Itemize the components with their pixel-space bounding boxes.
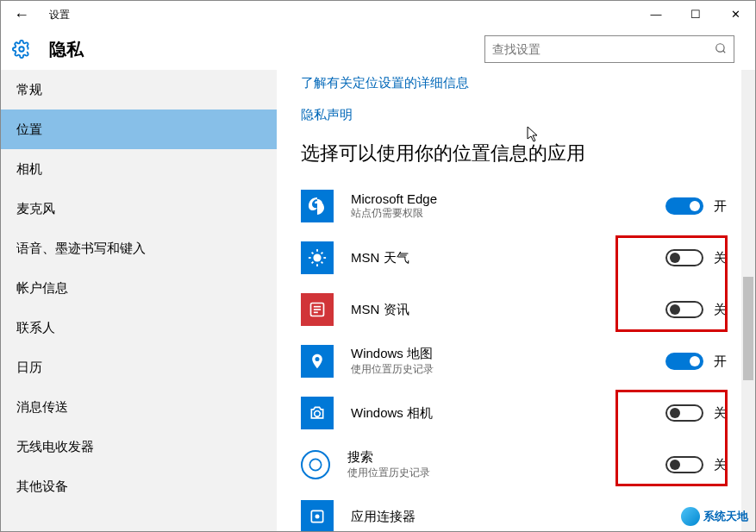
weather-icon: [301, 241, 334, 274]
app-subtitle: 使用位置历史记录: [351, 362, 665, 377]
svg-line-10: [312, 262, 314, 264]
page-title: 隐私: [49, 38, 484, 61]
section-title: 选择可以使用你的位置信息的应用: [301, 141, 731, 166]
svg-point-19: [316, 515, 320, 519]
sidebar-item-9[interactable]: 无线电收发器: [1, 427, 277, 466]
toggle-label: 开: [714, 198, 731, 215]
search-icon: [301, 450, 330, 479]
app-row-maps: Windows 地图使用位置历史记录开: [301, 337, 731, 385]
maps-icon: [301, 345, 334, 378]
toggle-camera[interactable]: [665, 404, 703, 422]
scrollbar-vertical[interactable]: [741, 70, 755, 531]
app-row-news: MSN 资讯关: [301, 285, 731, 334]
globe-icon: [681, 507, 700, 526]
gear-icon: [11, 39, 32, 59]
svg-point-0: [19, 47, 24, 52]
app-subtitle: 使用位置历史记录: [347, 466, 665, 480]
close-button[interactable]: ✕: [715, 1, 755, 28]
titlebar: ← 设置 — ☐ ✕: [1, 1, 755, 28]
toggle-label: 关: [714, 405, 731, 422]
app-name: MSN 天气: [351, 250, 665, 266]
header: 隐私: [1, 28, 755, 70]
app-row-edge: Microsoft Edge站点仍需要权限开: [301, 182, 731, 230]
sidebar-item-0[interactable]: 常规: [1, 70, 277, 110]
svg-line-9: [322, 262, 323, 264]
svg-point-3: [313, 253, 321, 261]
edge-icon: [301, 190, 334, 222]
svg-line-11: [322, 253, 323, 254]
app-row-weather: MSN 天气关: [301, 234, 731, 282]
back-button[interactable]: ←: [1, 1, 42, 28]
app-name: Windows 相机: [351, 405, 665, 422]
sidebar: 常规位置相机麦克风语音、墨迹书写和键入帐户信息联系人日历消息传送无线电收发器其他…: [1, 70, 277, 531]
toggle-edge[interactable]: [665, 197, 703, 215]
toggle-news[interactable]: [665, 301, 703, 318]
app-row-camera: Windows 相机关: [301, 389, 731, 437]
watermark: 系统天地: [681, 507, 748, 526]
sidebar-item-6[interactable]: 联系人: [1, 308, 277, 347]
sidebar-item-5[interactable]: 帐户信息: [1, 268, 277, 308]
toggle-maps[interactable]: [665, 353, 703, 370]
toggle-label: 开: [714, 354, 731, 370]
toggle-label: 关: [714, 250, 731, 266]
app-name: Microsoft Edge: [351, 191, 665, 206]
watermark-text: 系统天地: [703, 509, 748, 524]
sidebar-item-8[interactable]: 消息传送: [1, 387, 277, 427]
news-icon: [301, 293, 334, 326]
toggle-label: 关: [714, 302, 731, 318]
app-row-connector: 应用连接器: [301, 492, 731, 531]
minimize-button[interactable]: —: [636, 1, 676, 28]
sidebar-item-4[interactable]: 语音、墨迹书写和键入: [1, 228, 277, 268]
sidebar-item-2[interactable]: 相机: [1, 149, 277, 189]
svg-line-8: [312, 253, 314, 254]
maximize-button[interactable]: ☐: [676, 1, 715, 28]
app-name: 应用连接器: [351, 509, 731, 525]
app-row-search: 搜索使用位置历史记录关: [301, 441, 731, 489]
camera-icon: [301, 397, 334, 429]
svg-point-1: [716, 43, 724, 51]
toggle-search[interactable]: [665, 456, 703, 473]
svg-point-17: [309, 459, 321, 470]
app-name: Windows 地图: [351, 346, 665, 362]
svg-point-16: [315, 411, 321, 417]
connector-icon: [301, 500, 334, 531]
svg-line-2: [723, 50, 726, 53]
sidebar-item-10[interactable]: 其他设备: [1, 466, 277, 506]
search-input[interactable]: [492, 42, 715, 56]
link-location-details[interactable]: 了解有关定位设置的详细信息: [301, 75, 731, 91]
content-pane: 了解有关定位设置的详细信息 隐私声明 选择可以使用你的位置信息的应用 Micro…: [277, 70, 755, 531]
search-icon: [715, 42, 727, 57]
scrollbar-thumb[interactable]: [743, 277, 753, 380]
toggle-label: 关: [714, 457, 731, 473]
toggle-weather[interactable]: [665, 249, 703, 266]
app-subtitle: 站点仍需要权限: [351, 206, 665, 221]
window-title: 设置: [42, 8, 636, 22]
app-name: 搜索: [347, 449, 665, 466]
sidebar-item-7[interactable]: 日历: [1, 347, 277, 387]
search-box[interactable]: [484, 35, 734, 63]
link-privacy-statement[interactable]: 隐私声明: [301, 107, 731, 123]
app-name: MSN 资讯: [351, 302, 665, 318]
sidebar-item-3[interactable]: 麦克风: [1, 189, 277, 228]
sidebar-item-1[interactable]: 位置: [1, 110, 277, 149]
